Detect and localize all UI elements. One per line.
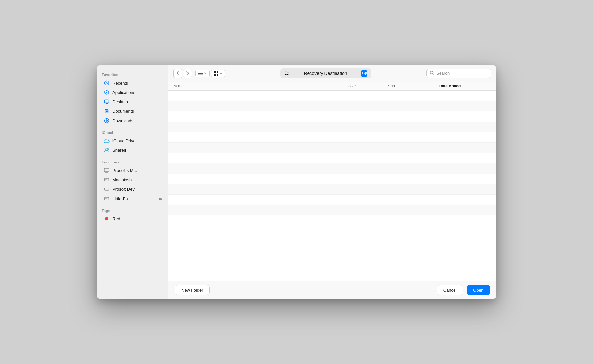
list-view-button[interactable] [195, 70, 210, 77]
sidebar-locations-label: Locations [97, 158, 168, 165]
eject-button[interactable]: ⏏ [158, 196, 162, 201]
table-row[interactable] [168, 184, 496, 195]
sidebar-item-desktop[interactable]: Desktop [99, 97, 166, 106]
sidebar-item-prosoft-dev-label: Prosoft Dev [112, 187, 135, 192]
sidebar-item-recents-label: Recents [112, 81, 128, 85]
sidebar-item-prosoft-dev[interactable]: Prosoft Dev [99, 185, 166, 194]
search-bar[interactable] [426, 69, 491, 78]
search-icon [430, 71, 434, 76]
sidebar-item-documents-label: Documents [112, 109, 134, 114]
sidebar-item-red-tag-label: Red [112, 216, 120, 221]
svg-rect-24 [214, 74, 216, 76]
svg-line-28 [433, 74, 434, 75]
file-list [168, 91, 496, 281]
sidebar-section-favorites: Favorites Recents Application [97, 70, 168, 125]
search-input[interactable] [436, 71, 485, 76]
icloud-drive-icon [104, 138, 110, 144]
macintosh-drive-icon [104, 177, 110, 183]
sidebar-item-little-ba-label: Little-Ba... [112, 196, 132, 201]
sidebar-item-applications-label: Applications [112, 90, 135, 95]
svg-rect-2 [105, 100, 109, 103]
prosoft-dev-drive-icon [104, 186, 110, 192]
nav-buttons [173, 69, 192, 78]
sidebar-item-recents[interactable]: Recents [99, 78, 166, 87]
sidebar-item-prosoft-m-label: Prosoft's M... [112, 168, 137, 173]
svg-rect-23 [217, 71, 218, 73]
cancel-button[interactable]: Cancel [437, 285, 463, 295]
location-chevron-icon [361, 70, 367, 77]
sidebar-item-prosoft-m[interactable]: Prosoft's M... [99, 166, 166, 175]
sidebar-section-icloud: iCloud iCloud Drive Shared [97, 128, 168, 155]
back-button[interactable] [173, 69, 182, 78]
table-row[interactable] [168, 122, 496, 132]
column-date-added[interactable]: Date Added [439, 84, 491, 88]
sidebar-item-macintosh[interactable]: Macintosh... [99, 175, 166, 184]
sidebar-tags-label: Tags [97, 206, 168, 214]
sidebar-icloud-label: iCloud [97, 128, 168, 136]
shared-icon [104, 147, 110, 153]
svg-rect-22 [214, 71, 216, 73]
table-row[interactable] [168, 195, 496, 205]
column-size[interactable]: Size [348, 84, 387, 88]
footer: New Folder Cancel Open [168, 281, 496, 299]
grid-view-button[interactable] [211, 70, 225, 77]
table-row[interactable] [168, 205, 496, 215]
sidebar-item-macintosh-label: Macintosh... [112, 177, 135, 182]
forward-button[interactable] [183, 69, 192, 78]
view-buttons [195, 70, 225, 77]
sidebar-item-little-ba[interactable]: Little-Ba... ⏏ [99, 194, 166, 203]
svg-point-1 [106, 92, 107, 93]
table-row[interactable] [168, 91, 496, 101]
svg-point-8 [106, 148, 108, 150]
svg-point-14 [108, 189, 109, 189]
svg-point-17 [108, 198, 109, 199]
folder-icon: 🗂 [284, 70, 290, 77]
sidebar-section-label: Favorites [97, 70, 168, 78]
table-row[interactable] [168, 174, 496, 184]
footer-left: New Folder [175, 285, 210, 295]
sidebar-item-downloads[interactable]: Downloads [99, 116, 166, 125]
recents-icon [104, 80, 110, 86]
file-dialog: Favorites Recents Application [97, 65, 496, 299]
sidebar-item-applications[interactable]: Applications [99, 88, 166, 97]
little-ba-drive-icon [104, 196, 110, 202]
table-row[interactable] [168, 215, 496, 226]
main-area: 🗂 Recovery Destination [168, 65, 496, 299]
table-row[interactable] [168, 153, 496, 163]
table-row[interactable] [168, 101, 496, 111]
location-pill[interactable]: 🗂 Recovery Destination [280, 68, 371, 78]
sidebar-item-icloud-drive[interactable]: iCloud Drive [99, 136, 166, 145]
sidebar-item-shared[interactable]: Shared [99, 146, 166, 155]
table-row[interactable] [168, 132, 496, 143]
sidebar-section-locations: Locations Prosoft's M... [97, 158, 168, 203]
new-folder-button[interactable]: New Folder [175, 285, 210, 295]
sidebar-item-red-tag[interactable]: Red [99, 214, 166, 223]
sidebar-item-icloud-drive-label: iCloud Drive [112, 138, 136, 143]
table-row[interactable] [168, 163, 496, 174]
sidebar-item-shared-label: Shared [112, 148, 126, 153]
svg-point-11 [108, 179, 109, 180]
column-headers: Name Size Kind Date Added [168, 82, 496, 91]
svg-rect-9 [104, 168, 109, 172]
toolbar: 🗂 Recovery Destination [168, 65, 496, 82]
table-row[interactable] [168, 143, 496, 153]
location-name: Recovery Destination [293, 71, 358, 76]
sidebar-item-documents[interactable]: Documents [99, 107, 166, 116]
location-bar: 🗂 Recovery Destination [229, 68, 423, 78]
sidebar-item-desktop-label: Desktop [112, 99, 128, 104]
column-kind[interactable]: Kind [387, 84, 439, 88]
table-row[interactable] [168, 111, 496, 122]
applications-icon [104, 89, 110, 95]
footer-right: Cancel Open [437, 285, 490, 295]
red-tag-icon [104, 216, 110, 222]
column-name[interactable]: Name [173, 84, 348, 88]
open-button[interactable]: Open [467, 285, 490, 295]
computer-icon [104, 167, 110, 173]
svg-rect-25 [217, 74, 218, 76]
sidebar-item-downloads-label: Downloads [112, 118, 133, 123]
desktop-icon [104, 99, 110, 105]
downloads-icon [104, 118, 110, 124]
sidebar-section-tags: Tags Red [97, 206, 168, 224]
sidebar: Favorites Recents Application [97, 65, 168, 299]
documents-icon [104, 108, 110, 114]
